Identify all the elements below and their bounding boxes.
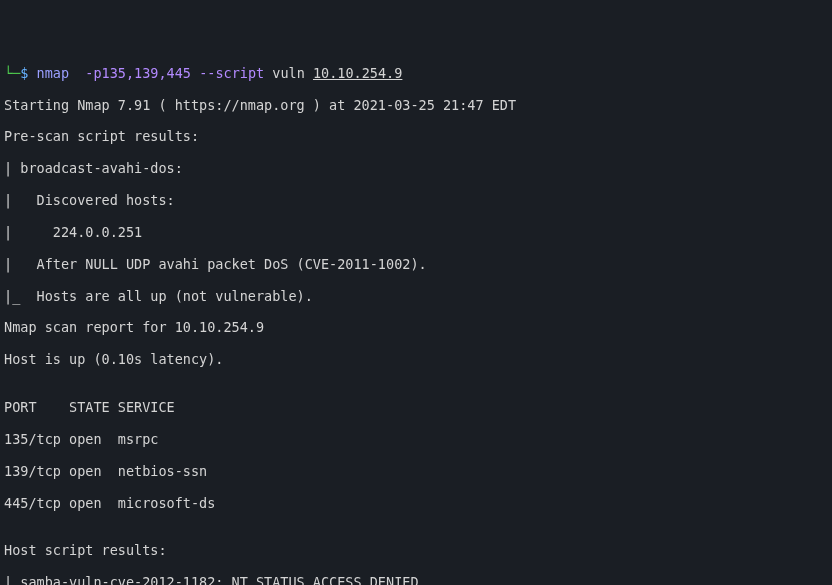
out-samba-vuln: |_samba-vuln-cve-2012-1182: NT_STATUS_AC… — [4, 575, 828, 585]
flag-ports: -p135,139,445 — [85, 65, 191, 81]
out-hostscript-header: Host script results: — [4, 543, 828, 559]
prompt-arrow: └─ — [4, 65, 20, 81]
out-port-139: 139/tcp open netbios-ssn — [4, 464, 828, 480]
out-discovered-hosts: | Discovered hosts: — [4, 193, 828, 209]
out-port-header: PORT STATE SERVICE — [4, 400, 828, 416]
out-starting: Starting Nmap 7.91 ( https://nmap.org ) … — [4, 98, 828, 114]
out-port-135: 135/tcp open msrpc — [4, 432, 828, 448]
prompt-dollar: $ — [20, 65, 28, 81]
out-avahi-header: | broadcast-avahi-dos: — [4, 161, 828, 177]
out-scan-report: Nmap scan report for 10.10.254.9 — [4, 320, 828, 336]
target-ip: 10.10.254.9 — [313, 65, 402, 81]
command-line[interactable]: └─$ nmap -p135,139,445 --script vuln 10.… — [4, 66, 828, 82]
out-host-ip: | 224.0.0.251 — [4, 225, 828, 241]
flag-script: --script — [199, 65, 264, 81]
command-nmap: nmap — [37, 65, 70, 81]
out-host-up: Host is up (0.10s latency). — [4, 352, 828, 368]
out-prescan-header: Pre-scan script results: — [4, 129, 828, 145]
script-name: vuln — [272, 65, 305, 81]
out-avahi-dos: | After NULL UDP avahi packet DoS (CVE-2… — [4, 257, 828, 273]
out-port-445: 445/tcp open microsoft-ds — [4, 496, 828, 512]
out-not-vulnerable: |_ Hosts are all up (not vulnerable). — [4, 289, 828, 305]
